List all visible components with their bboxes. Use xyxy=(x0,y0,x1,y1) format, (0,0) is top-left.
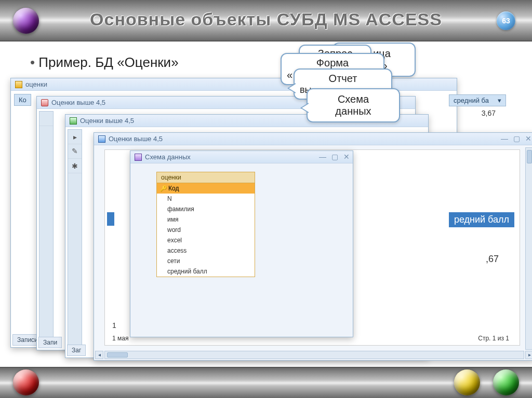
schema-field-row[interactable]: excel xyxy=(157,235,255,245)
window-title: Схема данных xyxy=(145,153,191,161)
bubble-text: Форма xyxy=(316,57,349,68)
report-date: 1 мая xyxy=(112,335,128,342)
scroll-left-icon[interactable]: ◂ xyxy=(95,351,103,359)
bubble-schema-dannyh: Схема данных xyxy=(307,88,400,122)
col-header-fragment: Ко xyxy=(14,94,31,106)
schema-field-row[interactable]: имя xyxy=(157,214,255,225)
bubble-text: « xyxy=(287,69,292,81)
scrollbar-thumb[interactable] xyxy=(107,352,128,358)
deco-sphere-red xyxy=(13,369,39,395)
row-marker-new[interactable]: ✱ xyxy=(68,159,82,173)
schema-field-row[interactable]: фамилия xyxy=(157,204,255,214)
titlebar-schema[interactable]: Схема данных — ▢ ✕ xyxy=(130,151,353,163)
schema-icon xyxy=(135,154,142,161)
minimize-icon[interactable]: — xyxy=(319,153,326,161)
bubble-tail xyxy=(300,103,309,113)
slide-title: Основные объекты СУБД MS ACCESS xyxy=(0,9,532,30)
schema-field-row[interactable]: word xyxy=(157,225,255,235)
scrollbar-horizontal[interactable] xyxy=(104,351,524,359)
bubble-text: Схема xyxy=(338,93,369,105)
record-nav[interactable]: Заг xyxy=(67,345,86,356)
row-selector-strip[interactable] xyxy=(39,111,54,348)
window-title: оценки xyxy=(25,80,47,88)
minimize-icon[interactable]: — xyxy=(501,134,508,143)
report-page-num: Стр. 1 из 1 xyxy=(478,335,509,342)
scroll-right-icon[interactable]: ▸ xyxy=(525,351,532,359)
window-controls[interactable]: — ▢ ✕ xyxy=(501,134,531,143)
deco-sphere-yellow xyxy=(454,369,480,395)
table-icon xyxy=(15,81,22,88)
scrollbar-vertical[interactable] xyxy=(525,147,532,350)
bottom-bar xyxy=(0,367,532,398)
report-icon xyxy=(98,135,105,143)
bubble-text: данных xyxy=(335,105,371,117)
row-marker-current[interactable]: ▸ xyxy=(68,130,82,144)
record-nav[interactable]: Запи xyxy=(38,337,62,348)
window-title: Оценки выше 4,5 xyxy=(80,117,134,125)
maximize-icon[interactable]: ▢ xyxy=(513,134,520,143)
schema-field-row[interactable]: N xyxy=(157,194,255,204)
query-icon xyxy=(41,99,48,106)
report-band-avg: редний балл xyxy=(449,212,514,227)
row-selector-strip[interactable]: ▸ ✎ ✱ xyxy=(68,129,82,355)
bubble-text: Отчет xyxy=(329,73,357,84)
schema-field-row[interactable]: средний балл xyxy=(157,266,255,277)
report-value-367: ,67 xyxy=(486,254,499,265)
schema-field-row[interactable]: access xyxy=(157,245,255,256)
row-selector[interactable] xyxy=(39,112,53,126)
close-icon[interactable]: ✕ xyxy=(525,134,531,143)
schema-field-label: Код xyxy=(168,185,179,192)
maximize-icon[interactable]: ▢ xyxy=(331,153,338,161)
titlebar-report[interactable]: Оценки выше 4,5 — ▢ ✕ xyxy=(94,133,532,145)
col-header-avg-label: средний ба xyxy=(454,97,489,104)
window-title: Оценки выше 4,5 xyxy=(51,99,105,106)
scrollbar-thumb[interactable] xyxy=(527,150,532,163)
schema-field-row[interactable]: сети xyxy=(157,256,255,266)
bullet-example: Пример. БД «Оценки» xyxy=(42,54,179,71)
report-band-left-frag xyxy=(107,212,114,226)
col-header-avg[interactable]: средний ба▾ xyxy=(449,94,506,106)
slide-content: Пример. БД «Оценки» оценки Ко Записи сре… xyxy=(10,47,522,362)
window-schema[interactable]: Схема данных — ▢ ✕ оценки 🔑Код N фамилия… xyxy=(130,150,353,337)
schema-table-header[interactable]: оценки xyxy=(157,172,255,183)
close-icon[interactable]: ✕ xyxy=(343,153,350,161)
report-row-num: 1 xyxy=(112,321,116,330)
cell-value-367: 3,67 xyxy=(482,109,496,117)
row-marker-edit[interactable]: ✎ xyxy=(68,144,82,159)
deco-sphere-green xyxy=(493,369,519,395)
schema-field-row[interactable]: 🔑Код xyxy=(157,183,255,194)
window-controls[interactable]: — ▢ ✕ xyxy=(319,153,350,161)
primary-key-icon: 🔑 xyxy=(160,185,167,191)
window-title: Оценки выше 4,5 xyxy=(109,135,163,143)
bubble-tail xyxy=(287,83,296,93)
form-icon xyxy=(70,117,77,125)
schema-table-ocenki[interactable]: оценки 🔑Код N фамилия имя word excel acc… xyxy=(156,172,255,277)
